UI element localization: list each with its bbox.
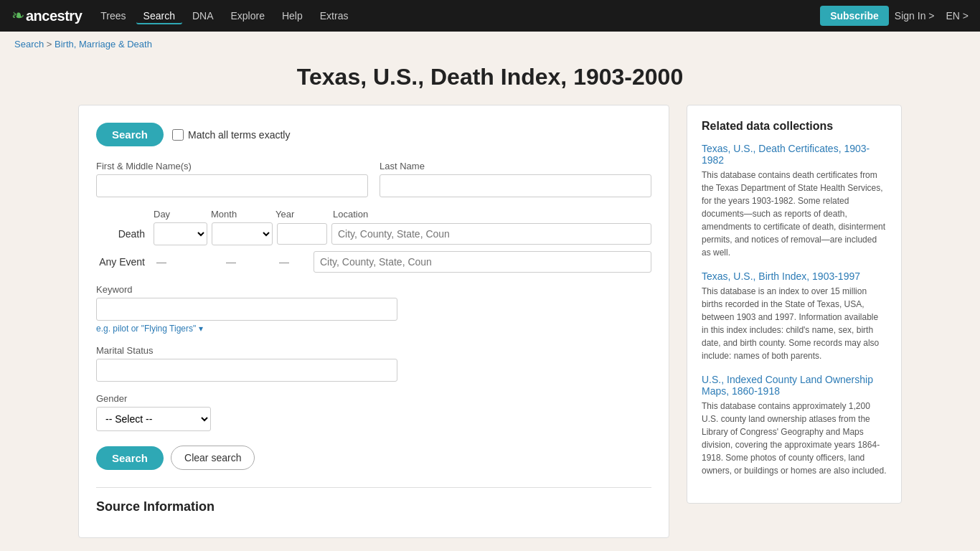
related-desc-1: This database is an index to over 15 mil… [702,285,887,362]
death-month-select[interactable]: JanFebMarApr MayJunJulAug SepOctNovDec [212,222,273,245]
navigation: ❧ ancestry Trees Search DNA Explore Help… [0,0,980,32]
nav-search[interactable]: Search [136,7,182,24]
nav-right: Subscribe Sign In > EN > [820,6,969,26]
any-event-row: Any Event — — — [96,251,651,273]
keyword-label: Keyword [96,284,651,295]
related-item-2: U.S., Indexed County Land Ownership Maps… [702,374,887,477]
marital-label: Marital Status [96,345,651,356]
any-event-location-input[interactable] [314,251,651,273]
first-name-input[interactable] [96,174,368,197]
nav-extras[interactable]: Extras [313,7,356,24]
nav-help[interactable]: Help [275,7,310,24]
day-header: Day [154,209,211,220]
marital-input[interactable] [96,359,397,382]
marital-section: Marital Status [96,345,651,382]
main-layout: Search Match all terms exactly First & M… [67,105,913,551]
last-name-input[interactable] [380,174,651,197]
breadcrumb-section[interactable]: Birth, Marriage & Death [55,39,152,50]
date-headers: Day Month Year Location [154,209,651,220]
match-exact-checkbox[interactable] [172,129,184,141]
any-event-year-dash: — [279,256,289,268]
logo[interactable]: ❧ ancestry [11,6,82,25]
breadcrumb-separator: > [47,39,55,50]
death-year-input[interactable] [277,223,327,245]
month-header: Month [211,209,275,220]
logo-leaf-icon: ❧ [11,6,24,25]
breadcrumb: Search > Birth, Marriage & Death [0,32,980,57]
nav-explore[interactable]: Explore [223,7,271,24]
breadcrumb-search[interactable]: Search [14,39,44,50]
related-link-0[interactable]: Texas, U.S., Death Certificates, 1903-19… [702,143,887,166]
keyword-input[interactable] [96,298,397,321]
sidebar-card: Related data collections Texas, U.S., De… [687,105,902,504]
death-label: Death [96,228,154,240]
page-title: Texas, U.S., Death Index, 1903-2000 [0,64,980,90]
signin-link[interactable]: Sign In > [895,10,935,22]
any-event-month-dash: — [226,256,236,268]
keyword-section: Keyword e.g. pilot or "Flying Tigers" ▾ [96,284,651,334]
keyword-hint[interactable]: e.g. pilot or "Flying Tigers" ▾ [96,324,651,334]
last-name-group: Last Name [380,161,651,197]
gender-label: Gender [96,393,651,404]
nav-dna[interactable]: DNA [185,7,221,24]
first-name-label: First & Middle Name(s) [96,161,368,171]
form-bottom-row: Search Clear search [96,446,651,470]
death-day-select[interactable]: 12345 678910 1112131415 1617181920 21222… [154,222,207,245]
search-top-button[interactable]: Search [96,123,164,146]
related-link-2[interactable]: U.S., Indexed County Land Ownership Maps… [702,374,887,397]
related-desc-2: This database contains approximately 1,2… [702,400,887,477]
related-item-0: Texas, U.S., Death Certificates, 1903-19… [702,143,887,259]
location-header: Location [333,209,448,220]
sidebar-title: Related data collections [702,120,887,133]
language-selector[interactable]: EN > [946,10,969,22]
related-link-1[interactable]: Texas, U.S., Birth Index, 1903-1997 [702,270,887,282]
source-section: Source Information [96,487,651,514]
search-top-row: Search Match all terms exactly [96,123,651,146]
death-row: Death 12345 678910 1112131415 1617181920… [96,222,651,245]
subscribe-button[interactable]: Subscribe [820,6,889,26]
related-item-1: Texas, U.S., Birth Index, 1903-1997 This… [702,270,887,362]
match-exact-text: Match all terms exactly [188,129,290,141]
any-event-day-dash: — [156,256,166,268]
nav-trees[interactable]: Trees [93,7,133,24]
date-section: Day Month Year Location Death 12345 6789… [96,209,651,273]
gender-section: Gender -- Select -- Male Female Unknown [96,393,651,431]
source-title: Source Information [96,499,651,514]
clear-search-button[interactable]: Clear search [171,446,255,470]
name-row: First & Middle Name(s) Last Name [96,161,651,197]
match-exact-label[interactable]: Match all terms exactly [172,129,290,141]
search-bottom-button[interactable]: Search [96,446,164,470]
logo-text: ancestry [26,8,82,24]
year-header: Year [275,209,333,220]
any-event-label: Any Event [96,256,154,268]
related-desc-0: This database contains death certificate… [702,169,887,259]
death-location-input[interactable] [331,223,651,245]
first-name-group: First & Middle Name(s) [96,161,368,197]
last-name-label: Last Name [380,161,651,171]
gender-select[interactable]: -- Select -- Male Female Unknown [96,407,211,431]
sidebar: Related data collections Texas, U.S., De… [687,105,902,538]
form-panel: Search Match all terms exactly First & M… [78,105,669,538]
